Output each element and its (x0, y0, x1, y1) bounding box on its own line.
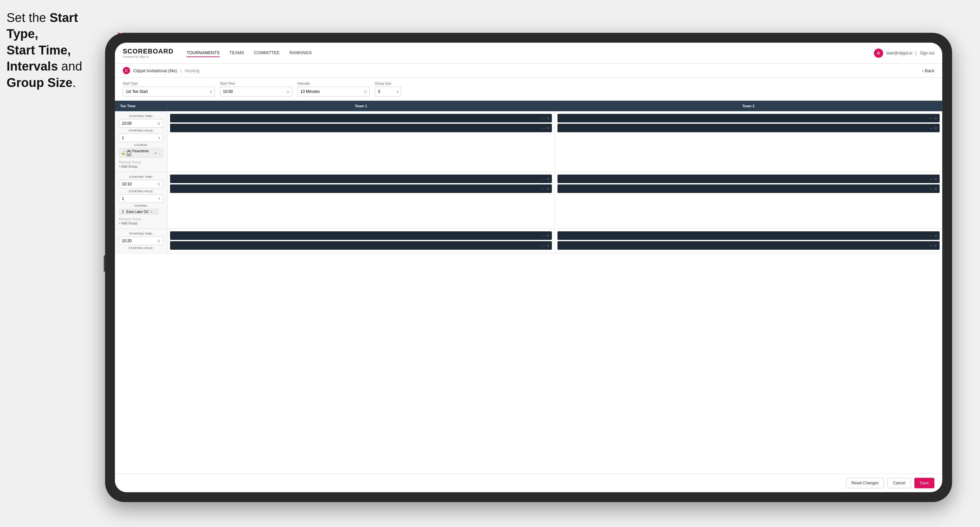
starting-time-input-1[interactable]: 10:00 ⊙ (119, 119, 163, 128)
starting-time-label-3: STARTING TIME: (119, 232, 163, 235)
player-close[interactable]: ✕ (934, 244, 937, 248)
player-opts[interactable]: ··· (929, 176, 933, 181)
annotation-text: Set the Start Type, Start Time, Interval… (6, 10, 99, 91)
time-icon-1: ⊙ (157, 121, 160, 126)
time-icon-3: ⊙ (157, 239, 160, 243)
course-tag-2[interactable]: 🏌 East Lake GC ✕ ⌄ (119, 209, 159, 214)
start-type-value: 1st Tee Start (126, 89, 148, 94)
group-size-select[interactable]: 3 ▾ (375, 87, 401, 97)
starting-hole-input-2[interactable]: 1 ▾ (119, 194, 163, 203)
player-opts[interactable]: ··· (929, 233, 933, 238)
player-opts[interactable]: ··· (541, 186, 545, 191)
start-time-label: Start Time (220, 82, 292, 85)
player-row: ··· ✕ (557, 184, 940, 193)
start-time-field: Start Time 10:00 ⊙ (220, 82, 292, 97)
nav-committee[interactable]: COMMITTEE (254, 49, 279, 57)
back-button[interactable]: ‹ Back (922, 68, 934, 73)
remove-group-1[interactable]: Remove Group (119, 160, 163, 164)
table-row: STARTING TIME: 10:10 ⊙ STARTING HOLE: 1 … (115, 172, 942, 229)
save-button[interactable]: Save (914, 478, 934, 488)
sign-out-link[interactable]: Sign out (920, 51, 934, 56)
nav-right: B blair@clippd.io | Sign out (874, 49, 934, 58)
player-close[interactable]: ✕ (547, 187, 549, 190)
team1-cell-1: ··· ✕ ··· ✕ (167, 111, 555, 171)
course-remove-1[interactable]: ✕ (154, 151, 157, 155)
nav-links: TOURNAMENTS TEAMS COMMITTEE RANKINGS (186, 49, 873, 57)
nav-teams[interactable]: TEAMS (229, 49, 244, 57)
logo-text: SCOREBOARD (123, 48, 173, 55)
action-links-1: Remove Group + Add Group (119, 160, 163, 168)
player-close[interactable]: ✕ (934, 177, 937, 181)
player-row: ··· ✕ (170, 241, 552, 250)
course-label-1: COURSE: (119, 143, 163, 147)
player-opts[interactable]: ··· (929, 125, 933, 130)
nav-rankings[interactable]: RANKINGS (289, 49, 312, 57)
action-bar: Reset Changes Cancel Save (115, 473, 942, 492)
player-opts[interactable]: ··· (541, 176, 545, 181)
starting-hole-input-1[interactable]: 1 ▾ (119, 133, 163, 142)
start-type-field: Start Type 1st Tee Start ▾ (123, 82, 215, 97)
time-icon-2: ⊙ (157, 182, 160, 186)
group-size-field: Group Size 3 ▾ (375, 82, 401, 97)
player-close[interactable]: ✕ (934, 234, 937, 238)
course-tag-icon-1: ⛳ (121, 151, 125, 155)
cancel-button[interactable]: Cancel (888, 478, 911, 488)
add-group-2[interactable]: + Add Group (119, 222, 163, 225)
player-close[interactable]: ✕ (934, 116, 937, 120)
player-close[interactable]: ✕ (934, 187, 937, 190)
remove-group-2[interactable]: Remove Group (119, 217, 163, 221)
reset-changes-button[interactable]: Reset Changes (846, 478, 885, 488)
intervals-select[interactable]: 10 Minutes ⊙ (298, 87, 370, 97)
left-panel-2: STARTING TIME: 10:10 ⊙ STARTING HOLE: 1 … (115, 172, 167, 229)
course-tag-1[interactable]: ⛳ (A) Peachtree GC ✕ ⌄ (119, 148, 163, 158)
player-close[interactable]: ✕ (547, 177, 549, 181)
player-opts[interactable]: ··· (929, 186, 933, 191)
starting-hole-label-3: STARTING HOLE: (119, 246, 163, 250)
breadcrumb-icon: C (123, 67, 130, 74)
player-opts[interactable]: ··· (541, 243, 545, 248)
course-opts-2[interactable]: ⌄ (154, 210, 157, 214)
player-opts[interactable]: ··· (541, 116, 545, 121)
team2-cell-1: ··· ✕ ··· ✕ (555, 111, 942, 171)
player-close[interactable]: ✕ (547, 116, 549, 120)
team1-cell-3: ··· ✕ ··· ✕ (167, 229, 555, 253)
table-row: STARTING TIME: 10:20 ⊙ STARTING HOLE: ··… (115, 229, 942, 253)
course-remove-2[interactable]: ✕ (150, 210, 153, 214)
player-close[interactable]: ✕ (547, 234, 549, 238)
course-name-1: (A) Peachtree GC (126, 149, 153, 157)
logo-sub: Powered by clipp.io (123, 55, 173, 59)
tournament-name[interactable]: Clippd Invitational (Me) (133, 68, 177, 73)
start-time-chevron: ⊙ (286, 90, 289, 94)
course-opts-1[interactable]: ⌄ (158, 151, 161, 155)
table-header: Tee Time Team 1 Team 2 (115, 101, 942, 111)
add-group-1[interactable]: + Add Group (119, 165, 163, 168)
th-team1: Team 1 (167, 101, 555, 111)
intervals-label: Intervals (298, 82, 370, 85)
starting-time-input-3[interactable]: 10:20 ⊙ (119, 237, 163, 245)
start-type-select[interactable]: 1st Tee Start ▾ (123, 87, 215, 97)
player-close[interactable]: ✕ (547, 244, 549, 248)
player-opts[interactable]: ··· (929, 243, 933, 248)
starting-hole-label-1: STARTING HOLE: (119, 129, 163, 132)
logo-area: SCOREBOARD Powered by clipp.io (123, 48, 173, 59)
breadcrumb-separator: › (180, 68, 181, 73)
starting-time-label-2: STARTING TIME: (119, 175, 163, 178)
player-close[interactable]: ✕ (547, 126, 549, 130)
player-row: ··· ✕ (557, 231, 940, 240)
starting-time-label-1: STARTING TIME: (119, 114, 163, 118)
player-opts[interactable]: ··· (541, 125, 545, 130)
player-close[interactable]: ✕ (934, 126, 937, 130)
annotation-bold-start-type: Start Type, (6, 11, 78, 41)
starting-time-input-2[interactable]: 10:10 ⊙ (119, 180, 163, 188)
group-size-chevron: ▾ (396, 90, 398, 94)
player-row: ··· ✕ (170, 114, 552, 122)
player-row: ··· ✕ (557, 241, 940, 250)
nav-tournaments[interactable]: TOURNAMENTS (186, 49, 219, 57)
sign-out-separator: | (916, 51, 916, 56)
player-opts[interactable]: ··· (929, 116, 933, 121)
tablet-screen: SCOREBOARD Powered by clipp.io TOURNAMEN… (115, 43, 942, 492)
hole-chevron-2: ▾ (159, 197, 160, 200)
player-row: ··· ✕ (557, 114, 940, 122)
start-time-select[interactable]: 10:00 ⊙ (220, 87, 292, 97)
player-opts[interactable]: ··· (541, 233, 545, 238)
